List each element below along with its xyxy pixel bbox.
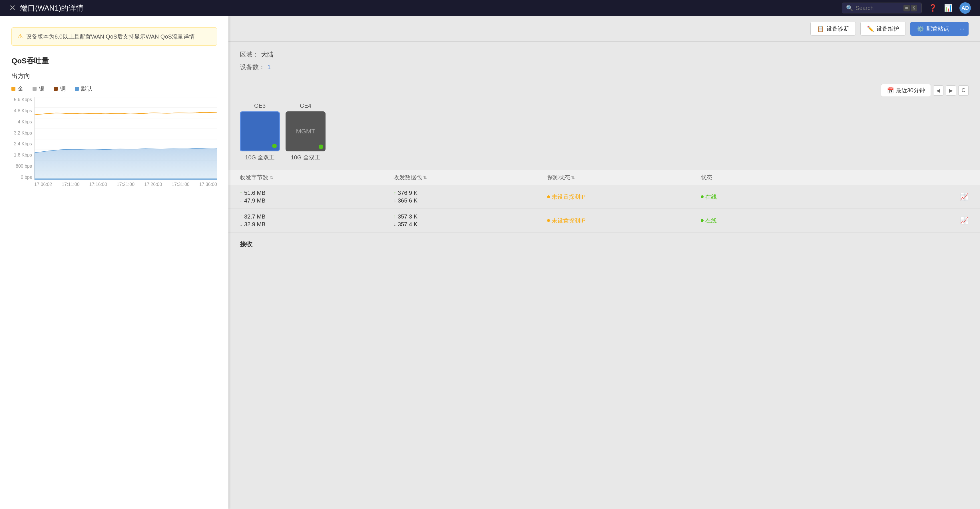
nav-prev-button[interactable]: ◀ <box>933 86 943 96</box>
legend-label-default: 默认 <box>81 85 92 92</box>
chart-icon[interactable]: 📊 <box>944 4 953 12</box>
packets-up-value-1: 376.9 K <box>398 190 417 196</box>
status-value-2: 在线 <box>705 217 717 224</box>
page-title: 端口(WAN1)的详情 <box>20 3 83 13</box>
detect-dot-1 <box>547 196 550 198</box>
left-panel: ⚠ 设备版本为6.0以上且配置WAN QoS后支持显示WAN QoS流量详情 Q… <box>0 16 228 509</box>
port-ge3-status <box>272 144 277 148</box>
navbar-left: ✕ 端口(WAN1)的详情 <box>9 3 83 13</box>
packets-arrow-up-icon: ↑ <box>393 190 396 196</box>
avatar[interactable]: AD <box>959 2 971 14</box>
y-label-3: 3.2 Kbps <box>14 130 32 136</box>
arrow-up-icon: ↑ <box>240 190 242 196</box>
config-button-group: ⚙️ 配置站点 ··· <box>910 22 969 36</box>
config-more-button[interactable]: ··· <box>955 22 969 36</box>
config-button[interactable]: ⚙️ 配置站点 <box>910 22 956 36</box>
packets-down-value-1: 365.6 K <box>398 197 417 204</box>
navbar: ✕ 端口(WAN1)的详情 🔍 ⌘ K ❓ 📊 AD <box>0 0 980 16</box>
packets-down-value-2: 357.4 K <box>398 221 417 227</box>
th-bytes: 收发字节数 ⇅ <box>240 174 393 181</box>
diagnose-icon: 📋 <box>817 25 824 32</box>
diagnose-button[interactable]: 📋 设备诊断 <box>810 22 856 36</box>
sort-bytes-icon[interactable]: ⇅ <box>270 175 273 180</box>
bytes-up-value-2: 32.7 MB <box>244 213 265 220</box>
sort-packets-icon[interactable]: ⇅ <box>423 175 427 180</box>
arrow-down-icon-2: ↓ <box>240 221 242 227</box>
chart-link-icon-2[interactable]: 📈 <box>960 216 969 224</box>
time-range-button[interactable]: 📅 最近30分钟 <box>881 84 931 97</box>
alert-text: 设备版本为6.0以上且配置WAN QoS后支持显示WAN QoS流量详情 <box>26 32 195 41</box>
receive-label: 接收 <box>228 235 980 250</box>
sort-detect-icon[interactable]: ⇅ <box>571 175 575 180</box>
port-ge4-card[interactable]: MGMT <box>286 111 326 151</box>
status-dot-2 <box>701 219 703 222</box>
legend-dot-gold <box>11 87 16 91</box>
warning-icon: ⚠ <box>18 33 23 40</box>
chart-link-icon-1[interactable]: 📈 <box>960 193 969 201</box>
port-ge4-name: GE4 <box>300 103 311 109</box>
shortcut-key-1: ⌘ <box>904 5 910 11</box>
y-label-6: 800 bps <box>16 164 32 169</box>
device-count-value[interactable]: 1 <box>267 64 271 71</box>
search-input[interactable] <box>856 5 901 11</box>
config-label: 配置站点 <box>926 25 949 33</box>
cell-packets-down-2: ↓ 357.4 K <box>393 221 547 227</box>
device-count-row: 设备数： 1 <box>240 63 969 72</box>
x-label-3: 17:21:00 <box>117 182 135 187</box>
packets-arrow-down-icon-2: ↓ <box>393 221 396 227</box>
chart-container: 5.6 Kbps 4.8 Kbps 4 Kbps 3.2 Kbps 2.4 Kb… <box>11 97 217 189</box>
arrow-down-icon: ↓ <box>240 198 242 204</box>
cell-bytes-up-2: ↑ 32.7 MB <box>240 213 393 220</box>
chart-legend: 金 银 铜 默认 <box>11 85 217 92</box>
close-button[interactable]: ✕ <box>9 4 16 12</box>
legend-dot-silver <box>33 87 37 91</box>
packets-up-value-2: 357.3 K <box>398 213 417 220</box>
nav-next-button[interactable]: ▶ <box>946 86 956 96</box>
x-label-1: 17:11:00 <box>62 182 80 187</box>
x-label-5: 17:31:00 <box>172 182 189 187</box>
main-layout: ⚠ 设备版本为6.0以上且配置WAN QoS后支持显示WAN QoS流量详情 Q… <box>0 16 980 509</box>
maintain-icon: ✏️ <box>867 25 874 32</box>
help-icon[interactable]: ❓ <box>929 4 937 12</box>
table-row: ↑ 32.7 MB ↓ 32.9 MB ↑ 357.3 K ↓ <box>228 209 980 232</box>
config-icon: ⚙️ <box>917 25 924 32</box>
shortcut-key-2: K <box>911 5 917 11</box>
alert-banner: ⚠ 设备版本为6.0以上且配置WAN QoS后支持显示WAN QoS流量详情 <box>11 27 217 46</box>
legend-item-silver: 银 <box>33 85 45 92</box>
port-ge4-speed: 10G 全双工 <box>291 154 320 161</box>
maintain-button[interactable]: ✏️ 设备维护 <box>861 22 906 36</box>
cell-detect-1: 未设置探测IP <box>547 193 701 201</box>
th-spacer2 <box>912 174 969 181</box>
legend-item-copper: 铜 <box>54 85 66 92</box>
region-row: 区域： 大陆 <box>240 50 969 59</box>
y-label-4: 2.4 Kbps <box>14 142 32 146</box>
info-section: 区域： 大陆 设备数： 1 <box>228 42 980 81</box>
x-label-2: 17:16:00 <box>89 182 107 187</box>
port-ge3-wrap: GE3 10G 全双工 <box>240 103 280 161</box>
cell-chart-1: 📈 <box>912 193 969 201</box>
th-detect: 探测状态 ⇅ <box>547 174 701 181</box>
cell-chart-2: 📈 <box>912 216 969 224</box>
th-bytes-label: 收发字节数 <box>240 174 269 181</box>
cell-packets-up-1: ↑ 376.9 K <box>393 190 547 196</box>
ports-section: GE3 10G 全双工 GE4 MGMT 10G 全双工 <box>228 100 980 167</box>
cell-bytes-2: ↑ 32.7 MB ↓ 32.9 MB <box>240 213 393 227</box>
th-detect-label: 探测状态 <box>547 174 570 181</box>
region-value: 大陆 <box>261 50 274 59</box>
th-packets-label: 收发数据包 <box>393 174 422 181</box>
chart-svg <box>35 97 217 180</box>
region-label: 区域： <box>240 50 259 59</box>
bytes-down-value-1: 47.9 MB <box>244 197 265 204</box>
port-ge3-card[interactable] <box>240 111 280 151</box>
search-box[interactable]: 🔍 ⌘ K <box>842 3 922 13</box>
table-section: 收发字节数 ⇅ 收发数据包 ⇅ 探测状态 ⇅ 状态 <box>228 167 980 235</box>
cell-packets-2: ↑ 357.3 K ↓ 357.4 K <box>393 213 547 227</box>
status-value-1: 在线 <box>705 193 717 201</box>
x-label-0: 17:06:02 <box>34 182 52 187</box>
arrow-up-icon-2: ↑ <box>240 214 242 220</box>
port-ge4-wrap: GE4 MGMT 10G 全双工 <box>286 103 326 161</box>
refresh-button[interactable]: C <box>958 86 969 96</box>
th-status: 状态 <box>701 174 854 181</box>
packets-arrow-down-icon: ↓ <box>393 198 396 204</box>
qos-section-title: QoS吞吐量 <box>11 56 217 66</box>
